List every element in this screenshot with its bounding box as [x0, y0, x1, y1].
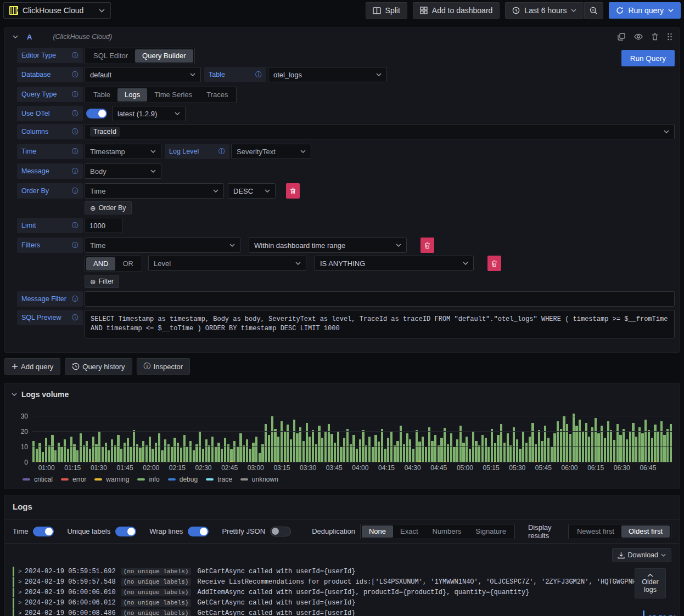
order-by-direction-select[interactable]: DESC	[228, 183, 276, 199]
info-icon[interactable]: ⓘ	[72, 70, 79, 80]
add-to-dashboard-button[interactable]: Add to dashboard	[413, 2, 500, 19]
table-select[interactable]: otel_logs	[268, 67, 387, 82]
expand-row-chevron-icon[interactable]: >	[18, 589, 25, 596]
info-icon[interactable]: ⓘ	[72, 147, 79, 156]
log-row[interactable]: >2024-02-19 06:00:06.012(no unique label…	[13, 598, 679, 608]
time-column-select[interactable]: Timestamp	[85, 144, 161, 159]
use-otel-toggle[interactable]	[86, 109, 107, 118]
info-icon[interactable]: ⓘ	[72, 313, 79, 323]
dedup-option-exact[interactable]: Exact	[393, 525, 425, 538]
zoom-out-time-button[interactable]	[584, 2, 603, 19]
dedup-option-signature[interactable]: Signature	[468, 525, 513, 538]
volume-bar	[215, 412, 217, 462]
editor-type-option-builder[interactable]: Query Builder	[135, 49, 193, 63]
remove-filter1-button[interactable]	[421, 238, 434, 253]
filter-bool-or[interactable]: OR	[115, 257, 141, 270]
time-toggle[interactable]	[33, 527, 54, 536]
info-icon[interactable]: ⓘ	[72, 127, 79, 137]
expand-row-chevron-icon[interactable]: >	[18, 579, 25, 585]
info-icon[interactable]: ⓘ	[255, 70, 262, 80]
add-order-by-button[interactable]: ⊕ Order By	[85, 201, 132, 214]
query-history-button[interactable]: Query history	[65, 358, 132, 375]
log-nav-time-marker[interactable]: 05:59:51	[643, 611, 677, 616]
wrap-lines-toggle[interactable]	[188, 527, 209, 536]
log-row[interactable]: >2024-02-19 05:59:51.692(no unique label…	[13, 567, 679, 577]
query-type-option-traces[interactable]: Traces	[199, 88, 235, 101]
legend-item-error[interactable]: error	[61, 476, 86, 483]
editor-type-option-sql[interactable]: SQL Editor	[86, 49, 135, 63]
plot-area[interactable]	[32, 412, 672, 462]
unique-labels-toggle[interactable]	[115, 527, 136, 536]
filter2-operator-select[interactable]: IS ANYTHING	[315, 256, 474, 271]
hide-response-eye-icon[interactable]	[634, 33, 643, 40]
datasource-picker[interactable]: ClickHouse Cloud	[3, 2, 111, 19]
legend-item-critical[interactable]: critical	[23, 476, 53, 483]
legend-item-debug[interactable]: debug	[168, 476, 198, 483]
filter1-operator-select[interactable]: Within dashboard time range	[249, 238, 407, 253]
split-button[interactable]: Split	[366, 2, 407, 19]
message-filter-input[interactable]	[85, 291, 675, 307]
legend-item-trace[interactable]: trace	[206, 476, 232, 483]
info-icon[interactable]: ⓘ	[72, 51, 79, 60]
query-row-header[interactable]: A (ClickHouse Cloud)	[5, 28, 679, 46]
column-chip[interactable]: TraceId	[90, 127, 120, 137]
remove-order-by-button[interactable]	[286, 183, 300, 199]
legend-item-info[interactable]: info	[137, 476, 159, 483]
info-icon[interactable]: ⓘ	[72, 221, 79, 230]
columns-multiselect[interactable]: TraceId	[85, 124, 675, 139]
info-icon[interactable]: ⓘ	[72, 90, 79, 99]
database-select[interactable]: default	[85, 67, 201, 82]
info-icon[interactable]: ⓘ	[72, 109, 79, 118]
download-button[interactable]: Download	[612, 548, 671, 562]
volume-bar	[616, 412, 619, 462]
volume-bar	[76, 412, 79, 462]
editor-run-query-button[interactable]: Run Query	[621, 50, 675, 66]
dedup-option-none[interactable]: None	[362, 525, 393, 538]
info-icon[interactable]: ⓘ	[218, 147, 225, 156]
legend-item-unknown[interactable]: unknown	[240, 476, 278, 483]
otel-version-select[interactable]: latest (1.2.9)	[112, 106, 186, 121]
log-row[interactable]: >2024-02-19 06:00:08.486(no unique label…	[13, 608, 679, 616]
display-option-newest[interactable]: Newest first	[570, 525, 621, 538]
limit-input[interactable]	[85, 218, 122, 233]
info-icon[interactable]: ⓘ	[72, 167, 79, 176]
query-type-option-logs[interactable]: Logs	[117, 88, 147, 101]
log-row[interactable]: >2024-02-19 05:59:57.548(no unique label…	[13, 577, 679, 587]
info-icon[interactable]: ⓘ	[72, 241, 79, 250]
message-column-select[interactable]: Body	[85, 163, 161, 179]
info-icon[interactable]: ⓘ	[72, 187, 79, 196]
volume-bar	[535, 412, 537, 462]
expand-row-chevron-icon[interactable]: >	[18, 568, 25, 575]
volume-bar	[575, 412, 578, 462]
run-query-button[interactable]: Run query	[609, 2, 681, 19]
duplicate-query-icon[interactable]	[618, 33, 625, 41]
prettify-json-toggle[interactable]	[270, 527, 291, 536]
legend-item-warning[interactable]: warning	[94, 476, 129, 483]
log-row[interactable]: >2024-02-19 06:00:06.010(no unique label…	[13, 587, 679, 597]
order-by-column-select[interactable]: Time	[85, 183, 224, 199]
filter1-field-select[interactable]: Time	[85, 238, 240, 253]
remove-filter2-button[interactable]	[487, 256, 501, 271]
display-option-oldest[interactable]: Oldest first	[621, 525, 670, 538]
log-level-select[interactable]: SeverityText	[231, 144, 311, 159]
remove-query-trash-icon[interactable]	[652, 33, 658, 41]
info-icon[interactable]: ⓘ	[72, 295, 79, 304]
query-type-option-table[interactable]: Table	[86, 88, 117, 101]
expand-row-chevron-icon[interactable]: >	[18, 600, 25, 606]
expand-row-chevron-icon[interactable]: >	[18, 610, 25, 616]
dedup-option-numbers[interactable]: Numbers	[425, 525, 469, 538]
chevron-down-icon	[661, 553, 666, 557]
logs-controls-bar: Time Unique labels Wrap lines Prettify J…	[5, 519, 679, 544]
volume-bar	[651, 412, 653, 462]
add-filter-button[interactable]: ⊕ Filter	[85, 275, 119, 288]
filter-bool-and[interactable]: AND	[86, 257, 115, 270]
query-type-option-timeseries[interactable]: Time Series	[147, 88, 199, 101]
add-query-button[interactable]: Add query	[4, 358, 60, 375]
time-range-picker[interactable]: Last 6 hours	[505, 2, 584, 19]
x-tick: 02:15	[169, 464, 186, 472]
logs-volume-header[interactable]: Logs volume	[12, 390, 672, 399]
older-logs-button[interactable]: Olderlogs	[635, 568, 666, 598]
inspector-button[interactable]: ⓘ Inspector	[137, 358, 190, 375]
filter2-field-select[interactable]: Level	[148, 256, 306, 271]
drag-handle-icon[interactable]	[667, 33, 672, 41]
